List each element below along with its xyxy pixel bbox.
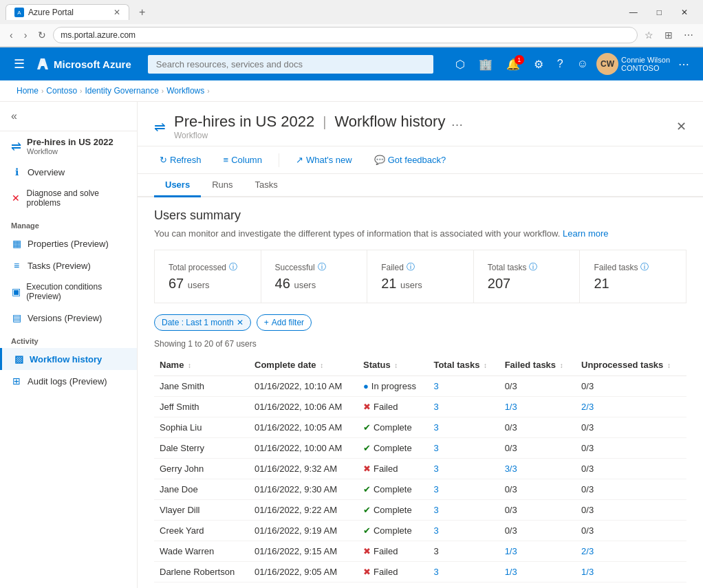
unprocessed-tasks-link[interactable]: 2/3 — [581, 402, 594, 412]
table-row[interactable]: Dale Sterry 01/16/2022, 10:00 AM ✔ Compl… — [154, 438, 686, 459]
cell-status: ✔ Complete — [358, 438, 428, 459]
favorites-button[interactable]: ☆ — [640, 27, 658, 43]
total-tasks-link[interactable]: 3 — [433, 505, 438, 515]
feedback-button[interactable]: 💬 Got feedback? — [369, 152, 452, 168]
directory-button[interactable]: 🏢 — [473, 54, 498, 75]
total-tasks-link[interactable]: 3 — [433, 402, 438, 412]
successful-info-icon[interactable]: ⓘ — [318, 261, 326, 273]
failed-tasks-sort-icon[interactable]: ↕ — [560, 362, 563, 369]
table-row[interactable]: Jenny Wilson 01/16/2022, 9:00 AM ✖ Faile… — [154, 582, 686, 589]
sidebar-item-tasks-label: Tasks (Preview) — [28, 261, 91, 271]
unprocessed-tasks-value: 0/3 — [581, 525, 594, 536]
stat-failed-value: 21 users — [381, 276, 459, 292]
failed-info-icon[interactable]: ⓘ — [407, 261, 415, 273]
sidebar-item-diagnose[interactable]: ✕ Diagnose and solve problems — [0, 183, 137, 213]
page-more-button[interactable]: … — [451, 115, 463, 129]
table-row[interactable]: Sophia Liu 01/16/2022, 10:05 AM ✔ Comple… — [154, 417, 686, 438]
total-tasks-link[interactable]: 3 — [433, 567, 438, 577]
failed-tasks-link[interactable]: 1/3 — [505, 567, 517, 577]
breadcrumb-contoso[interactable]: Contoso — [46, 86, 77, 96]
status-icon: ✔ — [363, 484, 371, 494]
search-input[interactable] — [148, 55, 433, 74]
cell-name: Jane Smith — [154, 376, 249, 397]
table-row[interactable]: Creek Yard 01/16/2022, 9:19 AM ✔ Complet… — [154, 521, 686, 541]
maximize-button[interactable]: □ — [647, 5, 671, 20]
cell-status: ✖ Failed — [358, 397, 428, 417]
sidebar-item-versions[interactable]: ▤ Versions (Preview) — [0, 307, 137, 329]
address-bar[interactable] — [53, 27, 638, 43]
failed-tasks-link[interactable]: 3/3 — [505, 464, 517, 474]
browser-tab[interactable]: A Azure Portal ✕ — [6, 4, 129, 20]
table-row[interactable]: Gerry John 01/16/2022, 9:32 AM ✖ Failed … — [154, 459, 686, 479]
user-info[interactable]: Connie Wilson CONTOSO — [621, 56, 670, 72]
close-tab-button[interactable]: ✕ — [113, 8, 120, 17]
user-avatar[interactable]: CW — [596, 53, 618, 75]
tab-users[interactable]: Users — [154, 174, 201, 197]
unprocessed-tasks-link[interactable]: 2/3 — [581, 546, 594, 556]
total-tasks-link[interactable]: 3 — [433, 525, 438, 536]
sidebar-collapse-button[interactable]: « — [11, 110, 17, 122]
total-tasks-link[interactable]: 3 — [433, 443, 438, 453]
whats-new-icon: ↗ — [296, 155, 303, 165]
table-row[interactable]: Vlayer Dill 01/16/2022, 9:22 AM ✔ Comple… — [154, 500, 686, 521]
failed-tasks-link[interactable]: 1/3 — [505, 546, 517, 556]
sidebar-item-tasks[interactable]: ≡ Tasks (Preview) — [0, 254, 137, 276]
unprocessed-tasks-value: 0/3 — [581, 443, 594, 453]
refresh-button[interactable]: ↻ — [34, 27, 50, 43]
notifications-button[interactable]: 🔔 1 — [501, 54, 526, 75]
azure-logo[interactable]: Microsoft Azure — [36, 57, 131, 71]
total-tasks-link[interactable]: 3 — [433, 381, 438, 391]
total-processed-info-icon[interactable]: ⓘ — [229, 261, 237, 273]
date-sort-icon[interactable]: ↕ — [320, 362, 323, 369]
page-close-button[interactable]: ✕ — [676, 119, 686, 134]
cell-total-tasks: 3 — [428, 582, 499, 589]
table-row[interactable]: Jane Smith 01/16/2022, 10:10 AM ● In pro… — [154, 376, 686, 397]
unprocessed-sort-icon[interactable]: ↕ — [667, 362, 671, 369]
cloud-shell-button[interactable]: ⬡ — [450, 54, 471, 75]
new-tab-button[interactable]: + — [135, 6, 149, 19]
settings-button[interactable]: ⚙ — [528, 54, 549, 75]
table-row[interactable]: Darlene Robertson 01/16/2022, 9:05 AM ✖ … — [154, 562, 686, 582]
more-options-button[interactable]: ⋯ — [673, 54, 695, 75]
breadcrumb-workflows[interactable]: Workflows — [166, 86, 204, 96]
name-sort-icon[interactable]: ↕ — [188, 362, 191, 369]
minimize-button[interactable]: — — [620, 5, 647, 20]
cell-total-tasks: 3 — [428, 376, 499, 397]
close-window-button[interactable]: ✕ — [671, 5, 697, 20]
total-tasks-link[interactable]: 3 — [433, 484, 438, 494]
tab-runs[interactable]: Runs — [201, 174, 244, 197]
total-tasks-info-icon[interactable]: ⓘ — [529, 261, 537, 273]
tab-tasks[interactable]: Tasks — [244, 174, 289, 197]
table-row[interactable]: Jeff Smith 01/16/2022, 10:06 AM ✖ Failed… — [154, 397, 686, 417]
sidebar-item-overview[interactable]: ℹ Overview — [0, 161, 137, 183]
total-tasks-link[interactable]: 3 — [433, 464, 438, 474]
table-row[interactable]: Wade Warren 01/16/2022, 9:15 AM ✖ Failed… — [154, 541, 686, 562]
whats-new-button[interactable]: ↗ What's new — [290, 152, 358, 168]
feedback-button[interactable]: ☺ — [572, 54, 594, 74]
learn-more-link[interactable]: Learn more — [563, 228, 608, 239]
table-row[interactable]: Jane Doe 01/16/2022, 9:30 AM ✔ Complete … — [154, 479, 686, 500]
sidebar-item-properties[interactable]: ▦ Properties (Preview) — [0, 232, 137, 254]
collections-button[interactable]: ⊞ — [660, 27, 677, 43]
sidebar-item-audit-logs[interactable]: ⊞ Audit logs (Preview) — [0, 370, 137, 392]
column-button[interactable]: ≡ Column — [218, 152, 268, 168]
add-filter-button[interactable]: + Add filter — [257, 314, 312, 331]
failed-tasks-info-icon[interactable]: ⓘ — [640, 261, 649, 273]
forward-button[interactable]: › — [20, 27, 32, 43]
main-layout: « ⇌ Pre-hires in US 2022 Workflow ℹ Over… — [0, 102, 703, 588]
breadcrumb-identity-governance[interactable]: Identity Governance — [85, 86, 158, 96]
breadcrumb-home[interactable]: Home — [17, 86, 39, 96]
sidebar-item-execution[interactable]: ▣ Execution conditions (Preview) — [0, 276, 137, 307]
status-sort-icon[interactable]: ↕ — [394, 362, 398, 369]
unprocessed-tasks-link[interactable]: 1/3 — [581, 567, 594, 577]
refresh-button[interactable]: ↻ Refresh — [154, 152, 207, 168]
total-tasks-link[interactable]: 3 — [433, 422, 438, 433]
hamburger-menu-button[interactable]: ☰ — [8, 54, 30, 74]
help-button[interactable]: ? — [552, 54, 569, 74]
back-button[interactable]: ‹ — [6, 27, 17, 43]
date-filter-tag[interactable]: Date : Last 1 month ✕ — [154, 314, 251, 331]
browser-more-button[interactable]: ⋯ — [680, 27, 697, 43]
sidebar-item-workflow-history[interactable]: ▨ Workflow history — [0, 348, 137, 370]
failed-tasks-link[interactable]: 1/3 — [505, 402, 517, 412]
total-tasks-sort-icon[interactable]: ↕ — [484, 362, 487, 369]
